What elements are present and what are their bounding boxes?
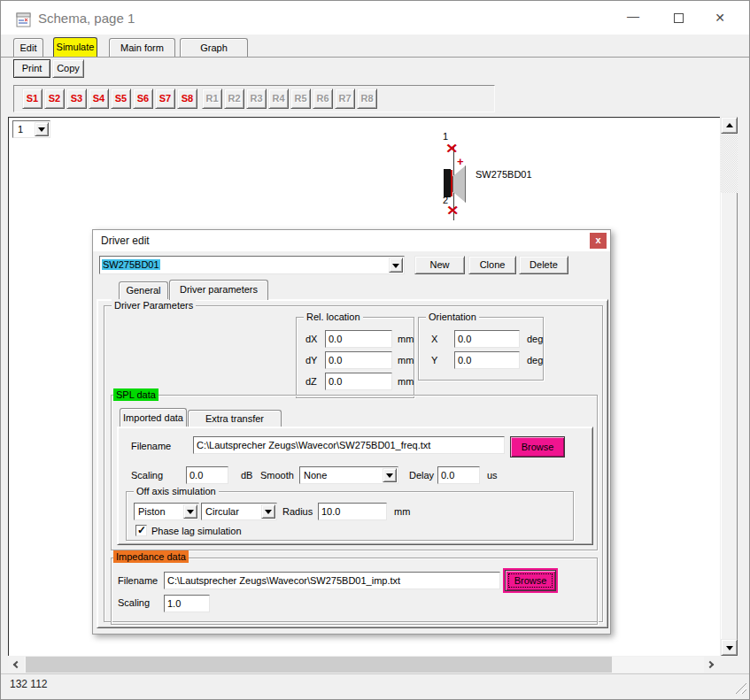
dy-label: dY — [305, 355, 317, 365]
button-r2: R2 — [224, 88, 244, 109]
phase-lag-checkbox[interactable]: ✓ — [135, 525, 147, 536]
radius-input[interactable] — [318, 503, 387, 520]
spl-filename-label: Filename — [131, 441, 171, 451]
spl-browse-button[interactable]: Browse — [510, 436, 565, 458]
button-s8[interactable]: S8 — [177, 88, 197, 109]
button-s2[interactable]: S2 — [44, 88, 65, 109]
button-s1[interactable]: S1 — [22, 88, 43, 109]
tab-extra-transfer-function[interactable]: Extra transfer function — [188, 410, 282, 427]
chevron-down-icon — [386, 473, 393, 478]
driver-select-dropdown-button[interactable] — [389, 258, 403, 273]
s-button-group: S1 S2 S3 S4 S5 S6 S7 S8 — [22, 88, 197, 109]
off-axis-simulation-group: Off axis simulation Piston Circular Radi… — [126, 491, 574, 541]
schema-toolbar: S1 S2 S3 S4 S5 S6 S7 S8 R1 R2 R3 R4 R5 R… — [13, 85, 495, 112]
off-axis-model-select[interactable]: Piston — [134, 503, 199, 520]
dx-input[interactable] — [325, 330, 392, 348]
close-icon: ✕ — [715, 11, 725, 25]
print-button[interactable]: Print — [13, 59, 50, 78]
driver-edit-dialog: Driver edit x SW275BD01 New Clone Delete… — [92, 229, 611, 635]
impedance-scaling-input[interactable] — [164, 595, 210, 612]
menu-tabstrip: Edit Simulate Main form Graph — [1, 37, 750, 58]
imported-data-page: Filename Browse Scaling dB Smooth None — [117, 427, 593, 545]
vertical-scrollbar-thumb[interactable] — [721, 193, 738, 639]
tab-general[interactable]: General — [119, 281, 168, 299]
smooth-select-dropdown-button[interactable] — [383, 468, 397, 482]
button-r1: R1 — [202, 88, 222, 109]
scroll-up-button[interactable] — [721, 117, 738, 134]
titlebar[interactable]: Schema, page 1 — ✕ — [1, 1, 749, 35]
tab-simulate[interactable]: Simulate — [53, 37, 97, 57]
button-s5[interactable]: S5 — [111, 88, 131, 109]
page-selector-dropdown-button[interactable] — [35, 122, 49, 136]
button-r6: R6 — [313, 88, 333, 109]
chevron-down-icon — [187, 510, 194, 514]
dialog-titlebar[interactable]: Driver edit x — [93, 230, 610, 251]
button-r3: R3 — [246, 88, 267, 109]
chevron-down-icon — [265, 510, 272, 514]
driver-parameters-group: Driver Parameters Rel. location dX mm dY… — [104, 305, 603, 622]
tab-main-form[interactable]: Main form — [109, 38, 175, 57]
focus-rectangle — [508, 573, 553, 588]
spl-scaling-input[interactable] — [186, 466, 228, 484]
radius-label: Radius — [282, 506, 313, 517]
page-selector[interactable]: 1 — [12, 120, 50, 138]
dialog-close-button[interactable]: x — [590, 233, 607, 249]
delete-button[interactable]: Delete — [519, 256, 568, 274]
scroll-up-icon — [726, 123, 733, 127]
cursor-coordinates: 132 112 — [10, 678, 48, 690]
driver-label: SW275BD01 — [476, 169, 532, 180]
impedance-data-group: Impedance data Filename Browse Scaling — [111, 558, 598, 625]
speaker-coil-icon — [451, 170, 452, 196]
dy-input[interactable] — [325, 351, 392, 369]
clone-button[interactable]: Clone — [468, 256, 516, 274]
orientation-x-input[interactable] — [454, 330, 520, 348]
driver-select-combo[interactable]: SW275BD01 — [99, 256, 405, 274]
impedance-filename-input[interactable] — [164, 572, 500, 589]
orientation-y-input[interactable] — [454, 351, 520, 369]
tab-edit[interactable]: Edit — [13, 38, 43, 57]
button-s7[interactable]: S7 — [155, 88, 175, 109]
new-button[interactable]: New — [414, 256, 465, 274]
close-button[interactable]: ✕ — [705, 6, 735, 29]
spl-filename-input[interactable] — [193, 436, 505, 454]
dx-label: dX — [305, 334, 317, 344]
driver-select-value: SW275BD01 — [102, 259, 160, 270]
minimize-button[interactable]: — — [618, 6, 648, 29]
impedance-browse-button[interactable]: Browse — [505, 570, 556, 591]
button-s6[interactable]: S6 — [133, 88, 153, 109]
check-icon: ✓ — [137, 524, 146, 536]
tab-driver-parameters[interactable]: Driver parameters — [169, 280, 268, 300]
copy-button[interactable]: Copy — [52, 59, 84, 78]
off-axis-shape-select[interactable]: Circular — [201, 503, 277, 520]
maximize-button[interactable] — [663, 6, 693, 29]
scroll-down-button[interactable] — [721, 639, 738, 656]
maximize-icon — [674, 13, 684, 23]
page-selector-value: 1 — [18, 124, 23, 135]
shape-select-dropdown-button[interactable] — [261, 504, 275, 519]
scroll-right-button[interactable] — [704, 657, 720, 673]
scroll-left-button[interactable] — [8, 657, 24, 673]
impedance-filename-label: Filename — [118, 575, 158, 586]
node-2-marker-icon[interactable]: ✕ — [446, 203, 459, 219]
model-select-dropdown-button[interactable] — [183, 504, 197, 519]
resize-grip-icon[interactable] — [735, 682, 746, 694]
phase-lag-label: Phase lag simulation — [151, 526, 242, 536]
horizontal-scrollbar-thumb[interactable] — [26, 657, 612, 673]
horizontal-scrollbar[interactable] — [8, 657, 720, 673]
speaker-cone-icon[interactable] — [452, 165, 466, 203]
dz-unit: mm — [398, 376, 414, 387]
minimize-icon: — — [627, 9, 639, 23]
delay-unit: us — [487, 470, 498, 481]
speaker-magnet-icon[interactable] — [444, 169, 451, 197]
rel-location-group: Rel. location dX mm dY mm dZ mm — [296, 317, 414, 398]
button-s4[interactable]: S4 — [89, 88, 109, 109]
dialog-body: SW275BD01 New Clone Delete General Drive… — [93, 251, 610, 635]
dz-input[interactable] — [325, 373, 392, 390]
tab-graph[interactable]: Graph — [180, 38, 248, 57]
button-s3[interactable]: S3 — [66, 88, 87, 109]
delay-input[interactable] — [437, 466, 480, 484]
scroll-right-icon — [707, 661, 714, 668]
vertical-scrollbar[interactable] — [721, 117, 738, 656]
smooth-select[interactable]: None — [299, 466, 398, 484]
tab-imported-data[interactable]: Imported data — [120, 408, 187, 427]
